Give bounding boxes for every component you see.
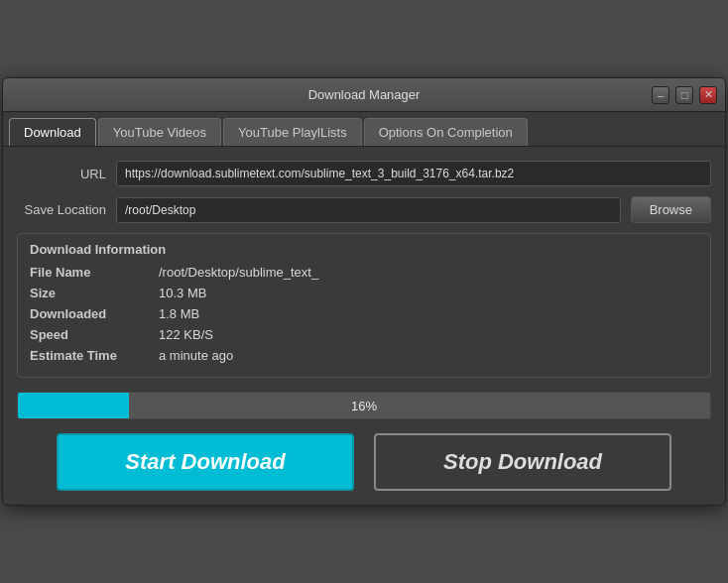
downloaded-key: Downloaded <box>30 306 159 321</box>
stop-download-button[interactable]: Stop Download <box>374 433 671 491</box>
tab-youtube-playlists[interactable]: YouTube PlaylLists <box>223 118 362 146</box>
url-input[interactable] <box>116 161 711 186</box>
close-button[interactable]: ✕ <box>699 86 717 104</box>
estimate-value: a minute ago <box>159 348 233 363</box>
button-row: Start Download Stop Download <box>17 433 711 491</box>
window-title: Download Manager <box>308 87 421 102</box>
tab-bar: Download YouTube Videos YouTube PlaylLis… <box>3 112 725 147</box>
save-location-label: Save Location <box>17 202 116 217</box>
size-row: Size 10.3 MB <box>30 286 698 300</box>
file-name-value: /root/Desktop/sublime_text_ <box>159 265 318 280</box>
info-panel-title: Download Information <box>30 242 698 257</box>
estimate-row: Estimate Time a minute ago <box>30 348 698 363</box>
size-key: Size <box>30 286 159 300</box>
browse-button[interactable]: Browse <box>631 196 711 223</box>
download-info-panel: Download Information File Name /root/Des… <box>17 233 711 378</box>
speed-row: Speed 122 KB/S <box>30 327 698 342</box>
downloaded-row: Downloaded 1.8 MB <box>30 306 698 321</box>
window-controls: – □ ✕ <box>652 86 717 104</box>
size-value: 10.3 MB <box>159 286 206 300</box>
tab-download[interactable]: Download <box>9 118 96 146</box>
downloaded-value: 1.8 MB <box>159 306 199 321</box>
tab-options[interactable]: Options On Completion <box>364 118 528 146</box>
titlebar: Download Manager – □ ✕ <box>3 78 725 112</box>
minimize-button[interactable]: – <box>652 86 669 104</box>
start-download-button[interactable]: Start Download <box>57 433 354 491</box>
save-location-input[interactable] <box>116 197 621 223</box>
progress-container: 16% <box>17 392 711 419</box>
file-name-key: File Name <box>30 265 159 280</box>
file-name-row: File Name /root/Desktop/sublime_text_ <box>30 265 698 280</box>
maximize-button[interactable]: □ <box>675 86 693 104</box>
url-row: URL <box>17 161 711 186</box>
progress-bar-bg: 16% <box>17 392 711 419</box>
save-location-row: Save Location Browse <box>17 196 711 223</box>
main-window: Download Manager – □ ✕ Download YouTube … <box>2 77 726 506</box>
tab-youtube-videos[interactable]: YouTube Videos <box>98 118 221 146</box>
content-area: URL Save Location Browse Download Inform… <box>3 147 725 505</box>
progress-label: 16% <box>18 393 710 419</box>
speed-key: Speed <box>30 327 159 342</box>
estimate-key: Estimate Time <box>30 348 159 363</box>
speed-value: 122 KB/S <box>159 327 213 342</box>
url-label: URL <box>17 167 116 181</box>
